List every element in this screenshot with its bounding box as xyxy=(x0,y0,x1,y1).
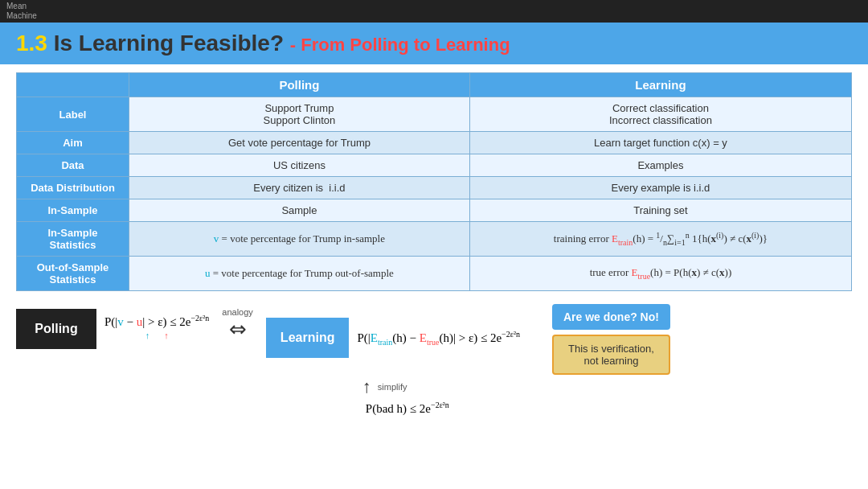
datadist-polling: Every citizen is i.i.d xyxy=(129,177,470,199)
double-arrow-icon: ⇔ xyxy=(229,317,247,342)
learning-side: Learning P(|Etrain(h) − Etrue(h)| > ε) ≤… xyxy=(266,301,670,416)
polling-formula: P(|v − u| > ε) ≤ 2e−2ε²n xyxy=(104,310,209,332)
data-learning: Examples xyxy=(469,154,851,177)
datadist-learning: Every example is i.i.d xyxy=(469,177,851,199)
table-row: In-Sample Sample Training set xyxy=(17,199,852,222)
oosstats-polling: u = vote percentage for Trump out-of-sam… xyxy=(129,257,470,291)
row-label-oos-stats: Out-of-SampleStatistics xyxy=(17,257,129,291)
row-label-insample: In-Sample xyxy=(17,199,129,222)
verification-box: This is verification,not learning xyxy=(552,335,670,375)
insamplestats-polling: v = vote percentage for Trump in-sample xyxy=(129,222,470,257)
row-label-aim: Aim xyxy=(17,132,129,154)
simplified-formula: P(bad h) ≤ 2e−2ε²n xyxy=(366,401,449,416)
title-bar: 1.3 Is Learning Feasible? - From Polling… xyxy=(0,23,868,64)
table-row: Data US citizens Examples xyxy=(17,154,852,177)
main-content: Polling Learning Label Support TrumpSupp… xyxy=(0,64,868,424)
row-label-insample-stats: In-SampleStatistics xyxy=(17,222,129,257)
insample-polling: Sample xyxy=(129,199,470,222)
simplify-label: simplify xyxy=(378,382,407,392)
are-we-done-box: Are we done? No! xyxy=(552,304,670,330)
row-label-data-dist: Data Distribution xyxy=(17,177,129,199)
analogy-section: analogy ⇔ xyxy=(222,307,253,342)
insample-learning: Training set xyxy=(469,199,851,222)
table-row: In-SampleStatistics v = vote percentage … xyxy=(17,222,852,257)
title-subtitle: - From Polling to Learning xyxy=(290,35,510,55)
simplify-row: ↑ simplify xyxy=(362,376,407,397)
simplify-section: ↑ simplify P(bad h) ≤ 2e−2ε²n xyxy=(362,376,670,416)
title-main: Is Learning Feasible? xyxy=(54,31,284,55)
label-learning: Correct classificationIncorrect classifi… xyxy=(469,97,851,132)
header-learning: Learning xyxy=(469,73,851,97)
aim-polling: Get vote percentage for Trump xyxy=(129,132,470,154)
header-polling: Polling xyxy=(129,73,470,97)
oosstats-learning: true error Etrue(h) = P(h(x) ≠ c(x)) xyxy=(469,257,851,291)
comparison-table: Polling Learning Label Support TrumpSupp… xyxy=(16,72,852,291)
bottom-section: Polling P(|v − u| > ε) ≤ 2e−2ε²n ↑ ↑ ana… xyxy=(16,301,852,416)
table-header-row: Polling Learning xyxy=(17,73,852,97)
page-title: 1.3 Is Learning Feasible? - From Polling… xyxy=(16,31,510,56)
learning-label: Learning xyxy=(280,331,335,345)
table-row: Label Support TrumpSupport Clinton Corre… xyxy=(17,97,852,132)
learning-label-box: Learning xyxy=(266,318,350,358)
row-label-data: Data xyxy=(17,154,129,177)
polling-side: Polling P(|v − u| > ε) ≤ 2e−2ε²n ↑ ↑ xyxy=(16,301,209,349)
polling-label-box: Polling xyxy=(16,309,96,349)
table-row: Data Distribution Every citizen is i.i.d… xyxy=(17,177,852,199)
right-boxes: Are we done? No! This is verification,no… xyxy=(536,301,670,375)
learning-formula: P(|Etrain(h) − Etrue(h)| > ε) ≤ 2e−2ε²n xyxy=(357,327,520,350)
title-number: 1.3 xyxy=(16,31,47,55)
label-polling: Support TrumpSupport Clinton xyxy=(129,97,470,132)
top-bar: Mean Machine xyxy=(0,0,868,23)
table-row: Out-of-SampleStatistics u = vote percent… xyxy=(17,257,852,291)
down-arrow-icon: ↑ xyxy=(362,376,371,397)
insamplestats-learning: training error Etrain(h) = 1/n∑i=1n 1{h(… xyxy=(469,222,851,257)
analogy-label: analogy xyxy=(222,307,253,317)
data-polling: US citizens xyxy=(129,154,470,177)
row-label-label: Label xyxy=(17,97,129,132)
table-row: Aim Get vote percentage for Trump Learn … xyxy=(17,132,852,154)
aim-learning: Learn target function c(x) = y xyxy=(469,132,851,154)
learning-top-row: Learning P(|Etrain(h) − Etrue(h)| > ε) ≤… xyxy=(266,301,670,375)
polling-label: Polling xyxy=(35,322,77,336)
polling-formula-container: P(|v − u| > ε) ≤ 2e−2ε²n ↑ ↑ xyxy=(104,310,209,340)
header-empty xyxy=(17,73,129,97)
brand-text: Mean Machine xyxy=(6,2,37,21)
